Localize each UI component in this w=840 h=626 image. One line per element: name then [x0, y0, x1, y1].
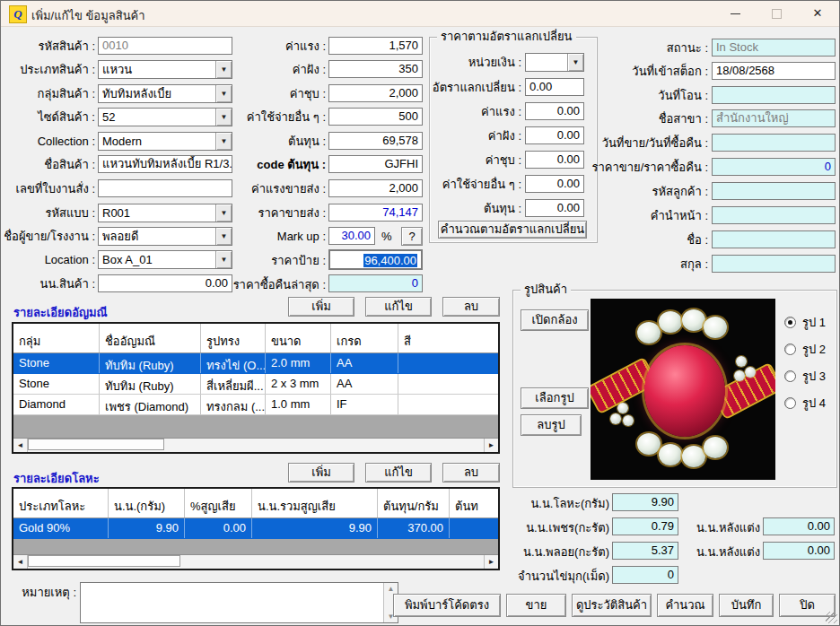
- scroll-right-icon[interactable]: ►: [484, 439, 498, 452]
- labor-cost-field[interactable]: 1,570: [328, 37, 423, 55]
- metal-scroll-thumb[interactable]: [28, 555, 180, 567]
- radio-image-1[interactable]: รูป 1: [784, 316, 833, 330]
- scroll-up-icon[interactable]: ▲: [384, 585, 398, 593]
- product-group-value: ทับทิมหลังเบี้ย: [102, 87, 215, 101]
- cost-code-field[interactable]: GJFHI: [328, 155, 423, 173]
- transfer-date-field[interactable]: [712, 86, 836, 104]
- product-type-select[interactable]: แหวน ▼: [98, 60, 232, 79]
- product-name-field[interactable]: แหวนทับทิมหลังเบี้ย R1/3.: [98, 155, 232, 173]
- chevron-down-icon[interactable]: ▼: [215, 61, 232, 78]
- radio-image-3[interactable]: รูป 3: [784, 370, 833, 384]
- gem-table-row[interactable]: Stone ทับทิม (Ruby) ทรงไข่ (O... 2.0 mm …: [13, 353, 498, 374]
- history-button[interactable]: ดูประวัติสินค้า: [572, 594, 652, 617]
- metal-add-button[interactable]: เพิ่ม: [288, 463, 354, 483]
- last-name-field[interactable]: [712, 255, 836, 273]
- wholesale-price-field[interactable]: 74,147: [328, 204, 423, 222]
- resize-grip[interactable]: [826, 612, 837, 623]
- sale-price-field[interactable]: 0: [712, 158, 836, 176]
- vendor-select[interactable]: พลอยดี ▼: [98, 227, 232, 246]
- chevron-down-icon[interactable]: ▼: [215, 133, 232, 150]
- total-cost-field[interactable]: 69,578: [328, 132, 423, 150]
- customer-code-label: รหัสลูกค้า :: [575, 183, 708, 201]
- save-button[interactable]: บันทึก: [719, 594, 774, 617]
- gem-table: กลุ่ม ชื่ออัญมณี รูปทรง ขนาด เกรด สี Sto…: [12, 322, 500, 454]
- metal-table-hscrollbar[interactable]: ◄ ►: [13, 554, 498, 569]
- gem-delete-button[interactable]: ลบ: [442, 297, 500, 317]
- markup-field[interactable]: 30.00: [328, 227, 375, 245]
- vendor-value: พลอยดี: [102, 230, 215, 244]
- other-cost-field[interactable]: 500: [328, 108, 423, 126]
- wholesale-labor-field[interactable]: 2,000: [328, 179, 423, 197]
- tag-price-field[interactable]: 96,400.00: [328, 249, 423, 270]
- sale-date-field[interactable]: [712, 134, 836, 152]
- gem-table-hscrollbar[interactable]: ◄ ►: [13, 438, 498, 452]
- markup-help-button[interactable]: ?: [401, 227, 423, 246]
- chevron-down-icon[interactable]: ▼: [215, 204, 232, 222]
- branch-name-field[interactable]: สำนักงานใหญ่: [712, 109, 836, 127]
- gem-add-button[interactable]: เพิ่ม: [288, 297, 354, 317]
- last-buyback-field[interactable]: 0: [328, 274, 423, 292]
- first-name-label: ชื่อ :: [575, 231, 708, 249]
- gem-scroll-thumb[interactable]: [28, 439, 164, 450]
- product-group-select[interactable]: ทับทิมหลังเบี้ย ▼: [98, 84, 232, 103]
- gem-table-row[interactable]: Diamond เพชร (Diamond) ทรงกลม (... 1.0 m…: [13, 395, 498, 415]
- collection-select[interactable]: Modern ▼: [98, 132, 232, 151]
- metal-weight-field[interactable]: 9.90: [612, 493, 678, 511]
- chevron-down-icon[interactable]: ▼: [215, 251, 232, 268]
- radio-icon: [784, 343, 796, 355]
- print-barcode-button[interactable]: พิมพ์บาร์โค้ดตรง: [393, 594, 501, 617]
- tag-price-value: 96,400.00: [363, 254, 417, 267]
- gem-col-group: กลุ่ม: [13, 324, 100, 352]
- delete-image-button[interactable]: ลบรูป: [521, 414, 582, 436]
- pattern-code-label: รหัสแบบ :: [3, 204, 95, 222]
- gem-table-row[interactable]: Stone ทับทิม (Ruby) สี่เหลี่ยมผี... 2 x …: [13, 374, 498, 395]
- stone-weight-field[interactable]: 5.37: [612, 542, 678, 560]
- setting-cost-field[interactable]: 350: [328, 60, 423, 78]
- diamond-weight-field[interactable]: 0.79: [612, 517, 678, 535]
- gem-edit-button[interactable]: แก้ไข: [365, 297, 432, 317]
- notes-textarea[interactable]: ▲ ▼: [80, 582, 398, 623]
- metal-table: ประเภทโลหะ น.น.(กรัม) %สูญเสีย น.น.รวมสู…: [12, 487, 500, 570]
- open-camera-button[interactable]: เปิดกล้อง: [521, 309, 589, 331]
- radio-label: รูป 2: [802, 343, 826, 357]
- radio-label: รูป 3: [802, 370, 826, 384]
- scroll-left-icon[interactable]: ◄: [13, 555, 28, 569]
- status-field[interactable]: In Stock: [712, 39, 836, 57]
- title-prefix-field[interactable]: [712, 206, 836, 224]
- pearl-count-field[interactable]: 0: [612, 566, 678, 584]
- work-order-field[interactable]: [98, 179, 232, 197]
- scroll-left-icon[interactable]: ◄: [13, 439, 28, 452]
- stock-in-date-field[interactable]: 18/08/2568: [712, 62, 836, 80]
- maximize-button[interactable]: [758, 1, 794, 26]
- plating-cost-field[interactable]: 2,000: [328, 84, 423, 102]
- plating-cost-label: ค่าชุบ :: [243, 85, 326, 103]
- pattern-code-select[interactable]: R001 ▼: [98, 204, 232, 222]
- close-button[interactable]: ✕: [800, 1, 836, 26]
- ex-labor-label: ค่าแรง :: [432, 103, 521, 121]
- customer-code-field[interactable]: [712, 182, 836, 200]
- metal-edit-button[interactable]: แก้ไข: [365, 463, 432, 483]
- after-weight-1-field[interactable]: 0.00: [763, 517, 835, 535]
- product-weight-field[interactable]: 0.00: [98, 274, 232, 292]
- minimize-button[interactable]: [717, 1, 753, 26]
- gem-col-grade: เกรด: [331, 324, 398, 352]
- sell-button[interactable]: ขาย: [506, 594, 566, 617]
- after-weight-2-field[interactable]: 0.00: [763, 542, 835, 560]
- chevron-down-icon[interactable]: ▼: [215, 109, 232, 126]
- chevron-down-icon[interactable]: ▼: [215, 85, 232, 102]
- wholesale-labor-label: ค่าแรงขายส่ง :: [232, 180, 326, 198]
- radio-image-4[interactable]: รูป 4: [784, 396, 833, 411]
- product-size-select[interactable]: 52 ▼: [98, 108, 232, 126]
- calculate-button[interactable]: คำนวณ: [657, 594, 713, 617]
- choose-image-button[interactable]: เลือกรูป: [521, 387, 589, 409]
- first-name-field[interactable]: [712, 230, 836, 248]
- radio-image-2[interactable]: รูป 2: [784, 343, 833, 357]
- location-select[interactable]: Box A_01 ▼: [98, 250, 232, 269]
- product-code-field[interactable]: 0010: [98, 37, 232, 55]
- metal-delete-button[interactable]: ลบ: [442, 463, 500, 483]
- stone-weight-label: น.น.พลอย(กะรัต): [503, 543, 609, 561]
- metal-table-row[interactable]: Gold 90% 9.90 0.00 9.90 370.00: [13, 518, 498, 539]
- chevron-down-icon[interactable]: ▼: [215, 228, 232, 245]
- calc-exchange-button[interactable]: คำนวณตามอัตราแลกเปลี่ยน: [438, 221, 587, 239]
- scroll-right-icon[interactable]: ►: [484, 555, 498, 569]
